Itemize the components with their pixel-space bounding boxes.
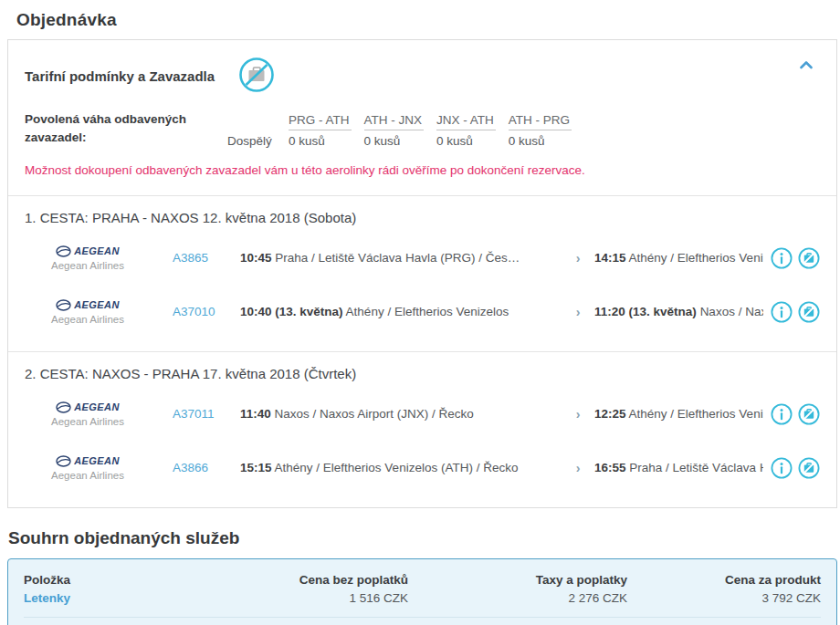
col-header-product-price: Cena za produkt xyxy=(627,573,821,587)
info-icon[interactable] xyxy=(771,403,793,425)
collapse-chevron-up-icon[interactable] xyxy=(798,58,814,71)
baggage-row-label: Dospělý xyxy=(227,128,276,148)
flight-actions xyxy=(763,247,820,269)
summary-value-row: Letenky 1 516 CZK 2 276 CZK 3 792 CZK xyxy=(24,591,821,605)
taxes-value: 2 276 CZK xyxy=(408,591,627,605)
chevron-right-icon: › xyxy=(562,251,594,266)
airline-name: Aegean Airlines xyxy=(34,416,142,427)
aegean-emblem-icon xyxy=(56,401,71,413)
no-baggage-large-icon xyxy=(238,57,275,96)
route-header: ATH - PRG xyxy=(509,113,572,130)
departure-info: 10:40 (13. května) Athény / Eleftherios … xyxy=(240,305,562,318)
arrival-info: 16:55 Praha / Letiště Václava Havla (PRG… xyxy=(594,461,763,474)
grand-total: Celková cena: 3 792 CZK xyxy=(24,617,821,625)
baggage-col-1: PRG - ATH 0 kusů xyxy=(289,113,352,148)
airline-name: Aegean Airlines xyxy=(34,470,142,481)
flight-row: AEGEAN Aegean Airlines A37010 10:40 (13.… xyxy=(25,291,820,333)
divider xyxy=(8,195,836,196)
flight-number[interactable]: A3865 xyxy=(173,251,240,265)
aegean-logo: AEGEAN xyxy=(34,299,142,311)
info-icon[interactable] xyxy=(771,247,793,269)
aegean-logo: AEGEAN xyxy=(34,245,142,257)
baggage-purchase-note: Možnost dokoupení odbavených zavazadel v… xyxy=(25,163,820,177)
route-header: PRG - ATH xyxy=(289,113,352,130)
airline-name: Aegean Airlines xyxy=(34,314,142,325)
baggage-allowance: Povolená váha odbavených zavazadel: Dosp… xyxy=(25,110,820,148)
trip-title: 1. CESTA: PRAHA - NAXOS 12. května 2018 … xyxy=(25,210,820,225)
col-header-base-price: Cena bez poplatků xyxy=(207,573,408,587)
col-header-item: Položka xyxy=(24,573,207,587)
no-baggage-icon[interactable] xyxy=(798,301,820,323)
aegean-logo: AEGEAN xyxy=(34,401,142,413)
baggage-col-3: JNX - ATH 0 kusů xyxy=(436,113,496,148)
departure-info: 10:45 Praha / Letiště Václava Havla (PRG… xyxy=(240,251,562,265)
aegean-emblem-icon xyxy=(56,299,71,311)
baggage-col-4: ATH - PRG 0 kusů xyxy=(509,113,572,148)
airline-cell: AEGEAN Aegean Airlines xyxy=(25,455,173,481)
departure-info: 11:40 Naxos / Naxos Airport (JNX) / Řeck… xyxy=(240,407,562,421)
base-price-value: 1 516 CZK xyxy=(207,591,408,605)
chevron-right-icon: › xyxy=(562,305,594,319)
no-baggage-icon[interactable] xyxy=(798,457,820,479)
aegean-emblem-icon xyxy=(56,245,71,257)
flight-row: AEGEAN Aegean Airlines A3865 10:45 Praha… xyxy=(25,237,820,279)
trip-section-1: 1. CESTA: PRAHA - NAXOS 12. května 2018 … xyxy=(25,210,820,333)
baggage-count: 0 kusů xyxy=(509,130,572,148)
flight-row: AEGEAN Aegean Airlines A37011 11:40 Naxo… xyxy=(25,393,820,435)
route-header: JNX - ATH xyxy=(436,113,496,130)
flight-number[interactable]: A3866 xyxy=(173,461,240,474)
card-header: Tarifní podmínky a Zavazadla xyxy=(25,57,820,96)
flight-actions xyxy=(763,457,820,479)
no-baggage-icon[interactable] xyxy=(798,403,820,425)
route-header: ATH - JNX xyxy=(364,113,425,130)
baggage-count: 0 kusů xyxy=(364,130,425,148)
tariff-baggage-card: Tarifní podmínky a Zavazadla Povolená vá… xyxy=(7,39,837,508)
airline-cell: AEGEAN Aegean Airlines xyxy=(25,299,173,325)
item-link-letenky[interactable]: Letenky xyxy=(24,591,70,605)
order-summary-box: Položka Cena bez poplatků Taxy a poplatk… xyxy=(7,558,837,625)
flight-actions xyxy=(763,403,820,425)
chevron-right-icon: › xyxy=(562,407,594,422)
divider xyxy=(8,351,836,352)
airline-cell: AEGEAN Aegean Airlines xyxy=(25,245,173,271)
departure-info: 15:15 Athény / Eleftherios Venizelos (AT… xyxy=(240,461,562,474)
summary-header-row: Položka Cena bez poplatků Taxy a poplatk… xyxy=(24,573,821,587)
card-header-title: Tarifní podmínky a Zavazadla xyxy=(25,68,215,84)
page-title: Objednávka xyxy=(16,10,840,30)
info-icon[interactable] xyxy=(771,457,793,479)
arrival-info: 11:20 (13. května) Naxos / Naxos Airport… xyxy=(594,305,763,318)
baggage-count: 0 kusů xyxy=(289,130,352,148)
flight-number[interactable]: A37011 xyxy=(173,407,240,421)
flight-actions xyxy=(763,301,820,323)
arrival-info: 14:15 Athény / Eleftherios Venizelos (AT… xyxy=(594,251,763,265)
airline-cell: AEGEAN Aegean Airlines xyxy=(25,401,173,427)
aegean-emblem-icon xyxy=(56,455,71,467)
trip-section-2: 2. CESTA: NAXOS - PRAHA 17. května 2018 … xyxy=(25,366,820,489)
airline-name: Aegean Airlines xyxy=(34,260,142,271)
flight-number[interactable]: A37010 xyxy=(173,305,240,318)
flight-row: AEGEAN Aegean Airlines A3866 15:15 Athén… xyxy=(25,447,820,489)
col-header-taxes: Taxy a poplatky xyxy=(408,573,627,587)
arrival-info: 12:25 Athény / Eleftherios Venizelos (AT… xyxy=(594,407,763,421)
aegean-logo: AEGEAN xyxy=(34,455,142,467)
product-price-value: 3 792 CZK xyxy=(627,591,821,605)
baggage-allowance-label: Povolená váha odbavených zavazadel: xyxy=(25,110,227,148)
baggage-col-2: ATH - JNX 0 kusů xyxy=(364,113,425,148)
baggage-count: 0 kusů xyxy=(436,130,496,148)
info-icon[interactable] xyxy=(771,301,793,323)
baggage-table: Dospělý PRG - ATH 0 kusů ATH - JNX 0 kus… xyxy=(227,110,584,148)
summary-title: Souhrn objednaných služeb xyxy=(8,528,840,548)
chevron-right-icon: › xyxy=(562,461,594,475)
trip-title: 2. CESTA: NAXOS - PRAHA 17. května 2018 … xyxy=(25,366,820,381)
no-baggage-icon[interactable] xyxy=(798,247,820,269)
